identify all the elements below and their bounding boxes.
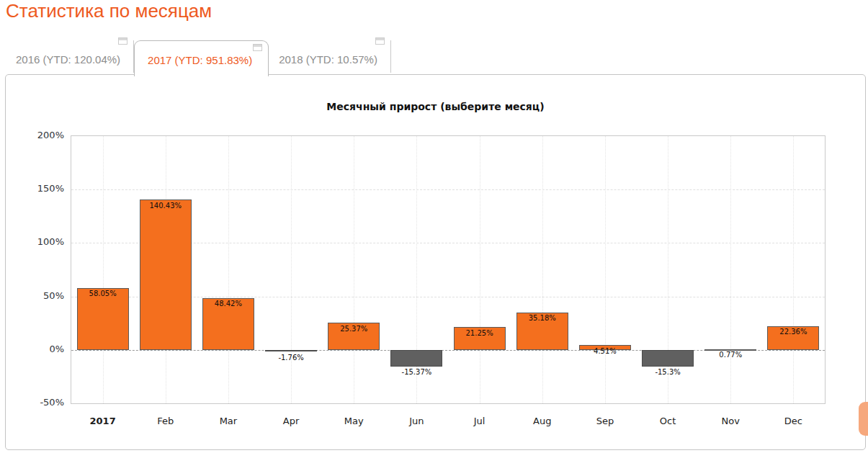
y-axis-tick: 50% <box>22 290 64 301</box>
y-axis-tick: 100% <box>22 236 64 247</box>
tab-2018[interactable]: 2018 (YTD: 10.57%) <box>269 40 391 73</box>
gridline-v <box>480 136 480 403</box>
x-axis-tick: May <box>321 416 387 426</box>
page-title: Статистика по месяцам <box>6 0 212 22</box>
x-axis-tick: Feb <box>133 416 199 426</box>
chart-panel: Месячный прирост (выберите месяц) 200%15… <box>5 74 866 450</box>
tab-2017[interactable]: 2017 (YTD: 951.83%) <box>134 40 269 76</box>
x-axis-tick: Apr <box>258 416 324 426</box>
bar-Jul[interactable] <box>454 327 506 350</box>
gridline-v <box>228 136 229 403</box>
chart-title: Месячный прирост (выберите месяц) <box>6 101 865 112</box>
x-axis-tick: Nov <box>697 416 764 426</box>
bar-Sep[interactable] <box>579 345 631 350</box>
window-icon[interactable] <box>375 37 385 45</box>
x-axis-tick: Dec <box>760 416 826 426</box>
gridline-v <box>730 136 731 403</box>
gridline-v <box>542 136 543 403</box>
bar-Nov[interactable] <box>704 349 756 351</box>
bar-Dec[interactable] <box>767 326 819 350</box>
plot-area: 200%150%100%50%0%-50%58.05%2017140.43%Fe… <box>71 135 826 404</box>
bar-Mar[interactable] <box>202 298 254 350</box>
bar-Aug[interactable] <box>516 313 568 350</box>
window-icon[interactable] <box>118 37 127 45</box>
y-axis-tick: 200% <box>22 130 64 140</box>
tab-2016[interactable]: 2016 (YTD: 120.04%) <box>6 40 134 73</box>
x-axis-tick: Oct <box>635 416 701 426</box>
bar-May[interactable] <box>328 323 380 350</box>
bar-Feb[interactable] <box>140 199 192 349</box>
y-axis-tick: 150% <box>22 183 64 194</box>
gridline-v <box>354 136 354 403</box>
bar-Jun[interactable] <box>390 350 442 367</box>
tab-label: 2017 (YTD: 951.83%) <box>148 54 252 66</box>
gridline-v <box>793 136 794 403</box>
x-axis-tick: Sep <box>572 416 638 426</box>
scroll-pill-button[interactable] <box>859 402 868 436</box>
x-axis-tick: 2017 <box>70 416 136 426</box>
x-axis-tick: Jul <box>447 416 513 426</box>
x-axis-tick: Aug <box>509 416 576 426</box>
gridline-v <box>605 136 606 403</box>
y-axis-tick: 0% <box>22 344 64 354</box>
tab-label: 2016 (YTD: 120.04%) <box>16 53 120 66</box>
x-axis-tick: Jun <box>383 416 449 426</box>
bar-2017[interactable] <box>77 288 129 350</box>
bar-Apr[interactable] <box>265 350 317 352</box>
tab-strip: 2016 (YTD: 120.04%) 2017 (YTD: 951.83%) … <box>6 35 391 76</box>
bar-Oct[interactable] <box>642 350 694 367</box>
gridline-h <box>71 189 825 190</box>
tab-label: 2018 (YTD: 10.57%) <box>279 53 377 66</box>
window-icon[interactable] <box>253 44 262 51</box>
x-axis-tick: Mar <box>195 416 261 426</box>
gridline-v <box>291 136 292 403</box>
y-axis-tick: -50% <box>22 397 64 408</box>
gridline-v <box>103 136 104 403</box>
